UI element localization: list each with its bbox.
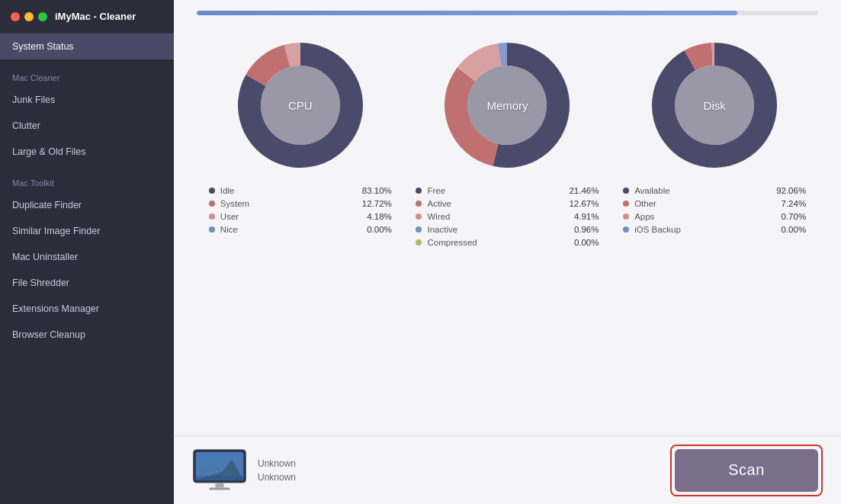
legend-row: User4.18% <box>209 212 392 221</box>
sidebar-section-mac-cleaner: Mac Cleaner <box>0 59 174 87</box>
legend-label: Wired <box>427 212 573 221</box>
legend-value: 0.00% <box>574 238 599 247</box>
legend-label: iOS Backup <box>634 225 781 234</box>
legend-label: Inactive <box>427 225 573 234</box>
charts-area: CPU Idle83.10%System12.72%User4.18%Nice0… <box>174 21 841 435</box>
progress-bar-fill <box>197 11 737 15</box>
mac-info: Unknown Unknown <box>192 448 296 493</box>
disk-chart-section: Disk Available92.06%Other7.24%Apps0.70%i… <box>615 37 814 238</box>
legend-dot <box>416 213 422 220</box>
legend-row: Other7.24% <box>623 199 806 208</box>
legend-dot <box>623 201 629 207</box>
memory-chart-section: Memory Free21.46%Active12.67%Wired4.91%I… <box>408 37 606 251</box>
legend-label: Compressed <box>427 238 573 247</box>
close-button[interactable] <box>11 12 20 21</box>
mac-model-text: Unknown <box>258 458 296 469</box>
legend-value: 0.96% <box>574 225 599 234</box>
legend-label: Other <box>634 199 781 208</box>
legend-row: Nice0.00% <box>209 225 392 234</box>
legend-dot <box>623 213 629 220</box>
app-title: iMyMac - Cleaner <box>55 11 136 22</box>
legend-dot <box>416 239 422 246</box>
legend-row: Active12.67% <box>416 199 599 208</box>
legend-row: Available92.06% <box>623 186 806 195</box>
sidebar-item-system-status[interactable]: System Status <box>0 34 174 59</box>
legend-label: Available <box>634 186 776 195</box>
legend-row: Compressed0.00% <box>416 238 599 247</box>
svg-rect-9 <box>215 483 223 487</box>
legend-row: System12.72% <box>209 199 392 208</box>
legend-label: Free <box>427 186 569 195</box>
maximize-button[interactable] <box>38 12 47 21</box>
legend-value: 92.06% <box>776 186 806 195</box>
legend-row: Free21.46% <box>416 186 599 195</box>
sidebar-item-large-old-files[interactable]: Large & Old Files <box>0 139 174 165</box>
svg-rect-8 <box>196 476 243 480</box>
legend-value: 12.67% <box>569 199 599 208</box>
sidebar-item-similar-image-finder[interactable]: Similar Image Finder <box>0 218 174 244</box>
disk-donut: Disk <box>646 37 783 174</box>
titlebar: iMyMac - Cleaner <box>0 0 174 34</box>
legend-dot <box>623 188 629 194</box>
main-content: CPU Idle83.10%System12.72%User4.18%Nice0… <box>174 0 841 504</box>
legend-dot <box>209 188 215 194</box>
sidebar-section-mac-toolkit: Mac Toolkit <box>0 165 174 192</box>
scan-button[interactable]: Scan <box>675 449 818 492</box>
legend-row: iOS Backup0.00% <box>623 225 806 234</box>
legend-label: Active <box>427 199 569 208</box>
sidebar-item-duplicate-finder[interactable]: Duplicate Finder <box>0 192 174 218</box>
memory-donut: Memory <box>438 37 576 174</box>
memory-legend: Free21.46%Active12.67%Wired4.91%Inactive… <box>408 186 606 251</box>
legend-value: 4.18% <box>367 212 392 221</box>
cpu-donut: CPU <box>232 37 369 174</box>
sidebar: iMyMac - Cleaner System Status Mac Clean… <box>0 0 174 504</box>
legend-label: Idle <box>220 186 362 195</box>
legend-dot <box>416 201 422 207</box>
sidebar-item-extensions-manager[interactable]: Extensions Manager <box>0 296 174 322</box>
legend-dot <box>416 188 422 194</box>
legend-value: 83.10% <box>362 186 392 195</box>
legend-value: 0.00% <box>367 225 392 234</box>
minimize-button[interactable] <box>24 12 34 21</box>
legend-label: Nice <box>220 225 367 234</box>
mac-monitor-icon <box>192 448 247 493</box>
scan-button-container: Scan <box>670 445 823 496</box>
sidebar-item-browser-cleanup[interactable]: Browser Cleanup <box>0 322 174 348</box>
legend-value: 7.24% <box>782 199 807 208</box>
progress-bar-container <box>174 0 841 21</box>
legend-dot <box>209 201 215 207</box>
legend-row: Idle83.10% <box>209 186 392 195</box>
legend-dot <box>209 226 215 233</box>
mac-os-text: Unknown <box>258 472 296 483</box>
legend-label: User <box>220 212 367 221</box>
bottom-bar: Unknown Unknown Scan <box>174 435 841 504</box>
traffic-lights <box>11 12 47 21</box>
sidebar-item-file-shredder[interactable]: File Shredder <box>0 270 174 296</box>
legend-row: Wired4.91% <box>416 212 599 221</box>
legend-dot <box>416 226 422 233</box>
sidebar-item-junk-files[interactable]: Junk Files <box>0 87 174 113</box>
sidebar-item-clutter[interactable]: Clutter <box>0 113 174 139</box>
cpu-chart-section: CPU Idle83.10%System12.72%User4.18%Nice0… <box>201 37 400 238</box>
legend-row: Apps0.70% <box>623 212 806 221</box>
legend-value: 12.72% <box>362 199 392 208</box>
legend-value: 4.91% <box>574 212 599 221</box>
mac-details: Unknown Unknown <box>258 458 296 483</box>
cpu-label: CPU <box>288 99 313 112</box>
legend-dot <box>623 226 629 233</box>
disk-legend: Available92.06%Other7.24%Apps0.70%iOS Ba… <box>615 186 814 238</box>
sidebar-item-mac-uninstaller[interactable]: Mac Uninstaller <box>0 244 174 270</box>
legend-value: 0.00% <box>782 225 807 234</box>
legend-dot <box>209 213 215 220</box>
progress-bar-track <box>197 11 818 15</box>
cpu-legend: Idle83.10%System12.72%User4.18%Nice0.00% <box>201 186 400 238</box>
legend-label: System <box>220 199 362 208</box>
legend-value: 0.70% <box>782 212 807 221</box>
disk-label: Disk <box>704 99 726 112</box>
legend-value: 21.46% <box>569 186 599 195</box>
legend-label: Apps <box>634 212 781 221</box>
svg-rect-10 <box>209 487 230 490</box>
memory-label: Memory <box>486 99 528 112</box>
legend-row: Inactive0.96% <box>416 225 599 234</box>
